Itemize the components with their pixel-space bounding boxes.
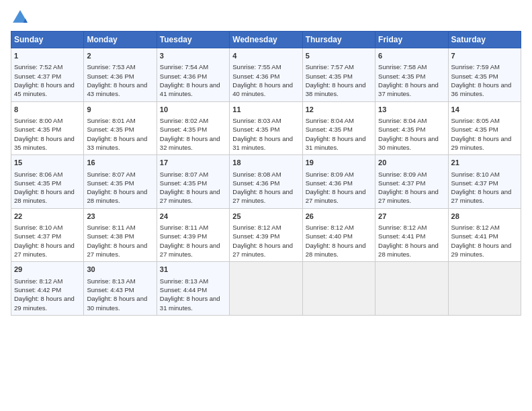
sunset: Sunset: 4:37 PM (14, 232, 61, 240)
daylight: Daylight: 8 hours and 41 minutes. (160, 81, 220, 97)
day-number: 27 (378, 212, 445, 222)
header-thursday: Thursday (302, 32, 375, 48)
day-number: 12 (306, 105, 372, 115)
sunset: Sunset: 4:35 PM (306, 73, 353, 80)
daylight: Daylight: 8 hours and 27 minutes. (232, 188, 293, 204)
calendar-cell: 10Sunrise: 8:02 AMSunset: 4:35 PMDayligh… (157, 101, 229, 155)
sunset: Sunset: 4:41 PM (451, 232, 498, 240)
day-number: 26 (306, 212, 372, 222)
header-saturday: Saturday (448, 32, 521, 48)
sunset: Sunset: 4:35 PM (378, 73, 425, 80)
sunrise: Sunrise: 8:12 AM (232, 224, 281, 231)
sunset: Sunset: 4:39 PM (160, 232, 207, 240)
sunset: Sunset: 4:37 PM (378, 179, 425, 187)
week-row-2: 8Sunrise: 8:00 AMSunset: 4:35 PMDaylight… (11, 101, 521, 155)
sunset: Sunset: 4:35 PM (14, 126, 61, 133)
sunrise: Sunrise: 7:59 AM (451, 63, 500, 71)
calendar-cell: 20Sunrise: 8:09 AMSunset: 4:37 PMDayligh… (375, 155, 448, 209)
sunset: Sunset: 4:41 PM (378, 232, 425, 240)
week-row-1: 1Sunrise: 7:52 AMSunset: 4:37 PMDaylight… (11, 48, 521, 102)
calendar-cell: 24Sunrise: 8:11 AMSunset: 4:39 PMDayligh… (157, 208, 229, 262)
calendar-cell (302, 262, 375, 316)
calendar-cell: 26Sunrise: 8:12 AMSunset: 4:40 PMDayligh… (302, 208, 375, 262)
daylight: Daylight: 8 hours and 31 minutes. (232, 135, 293, 151)
sunset: Sunset: 4:39 PM (232, 232, 279, 240)
sunset: Sunset: 4:35 PM (232, 126, 279, 133)
day-number: 9 (87, 105, 153, 115)
day-number: 30 (87, 265, 153, 275)
sunset: Sunset: 4:35 PM (451, 73, 498, 80)
week-row-3: 15Sunrise: 8:06 AMSunset: 4:35 PMDayligh… (11, 155, 521, 209)
daylight: Daylight: 8 hours and 28 minutes. (306, 242, 366, 258)
day-number: 20 (378, 158, 445, 168)
sunrise: Sunrise: 8:00 AM (14, 117, 62, 124)
daylight: Daylight: 8 hours and 40 minutes. (232, 81, 293, 97)
week-row-4: 22Sunrise: 8:10 AMSunset: 4:37 PMDayligh… (11, 208, 521, 262)
calendar-cell: 3Sunrise: 7:54 AMSunset: 4:36 PMDaylight… (157, 48, 229, 102)
header-row: SundayMondayTuesdayWednesdayThursdayFrid… (11, 32, 521, 48)
daylight: Daylight: 8 hours and 29 minutes. (451, 135, 512, 151)
header-wednesday: Wednesday (230, 32, 302, 48)
day-number: 8 (14, 105, 81, 115)
day-number: 22 (14, 212, 81, 222)
sunset: Sunset: 4:35 PM (306, 126, 353, 133)
sunrise: Sunrise: 8:04 AM (378, 117, 427, 124)
sunset: Sunset: 4:35 PM (87, 179, 134, 187)
calendar-cell: 15Sunrise: 8:06 AMSunset: 4:35 PMDayligh… (11, 155, 84, 209)
sunset: Sunset: 4:37 PM (451, 179, 498, 187)
day-number: 13 (378, 105, 445, 115)
sunset: Sunset: 4:42 PM (14, 286, 61, 293)
daylight: Daylight: 8 hours and 28 minutes. (87, 188, 147, 204)
daylight: Daylight: 8 hours and 27 minutes. (160, 188, 220, 204)
sunset: Sunset: 4:38 PM (87, 232, 134, 240)
daylight: Daylight: 8 hours and 27 minutes. (378, 188, 439, 204)
logo (11, 8, 32, 27)
header-friday: Friday (375, 32, 448, 48)
calendar-cell: 5Sunrise: 7:57 AMSunset: 4:35 PMDaylight… (302, 48, 375, 102)
sunrise: Sunrise: 7:54 AM (160, 63, 208, 71)
daylight: Daylight: 8 hours and 35 minutes. (14, 135, 75, 151)
calendar-cell: 23Sunrise: 8:11 AMSunset: 4:38 PMDayligh… (84, 208, 157, 262)
header (11, 8, 521, 27)
sunset: Sunset: 4:36 PM (232, 179, 279, 187)
day-number: 10 (160, 105, 226, 115)
day-number: 4 (232, 51, 299, 61)
calendar-cell: 30Sunrise: 8:13 AMSunset: 4:43 PMDayligh… (84, 262, 157, 316)
sunset: Sunset: 4:35 PM (160, 179, 207, 187)
calendar-cell: 11Sunrise: 8:03 AMSunset: 4:35 PMDayligh… (230, 101, 302, 155)
calendar-cell: 29Sunrise: 8:12 AMSunset: 4:42 PMDayligh… (11, 262, 84, 316)
day-number: 16 (87, 158, 153, 168)
sunrise: Sunrise: 8:08 AM (232, 171, 281, 178)
daylight: Daylight: 8 hours and 29 minutes. (14, 295, 75, 311)
calendar-cell: 18Sunrise: 8:08 AMSunset: 4:36 PMDayligh… (230, 155, 302, 209)
daylight: Daylight: 8 hours and 31 minutes. (160, 295, 220, 311)
week-row-5: 29Sunrise: 8:12 AMSunset: 4:42 PMDayligh… (11, 262, 521, 316)
daylight: Daylight: 8 hours and 31 minutes. (306, 135, 366, 151)
daylight: Daylight: 8 hours and 45 minutes. (14, 81, 75, 97)
daylight: Daylight: 8 hours and 36 minutes. (451, 81, 512, 97)
sunrise: Sunrise: 7:57 AM (306, 63, 354, 71)
day-number: 17 (160, 158, 226, 168)
sunrise: Sunrise: 8:06 AM (14, 171, 62, 178)
sunset: Sunset: 4:36 PM (160, 73, 207, 80)
day-number: 21 (451, 158, 518, 168)
sunrise: Sunrise: 8:12 AM (451, 224, 500, 231)
page-container: SundayMondayTuesdayWednesdayThursdayFrid… (0, 0, 532, 321)
sunrise: Sunrise: 8:02 AM (160, 117, 208, 124)
daylight: Daylight: 8 hours and 30 minutes. (378, 135, 439, 151)
daylight: Daylight: 8 hours and 30 minutes. (87, 295, 147, 311)
day-number: 2 (87, 51, 153, 61)
calendar-cell: 16Sunrise: 8:07 AMSunset: 4:35 PMDayligh… (84, 155, 157, 209)
calendar-cell: 17Sunrise: 8:07 AMSunset: 4:35 PMDayligh… (157, 155, 229, 209)
daylight: Daylight: 8 hours and 33 minutes. (87, 135, 147, 151)
day-number: 7 (451, 51, 518, 61)
sunrise: Sunrise: 8:13 AM (87, 277, 135, 285)
calendar-cell: 19Sunrise: 8:09 AMSunset: 4:36 PMDayligh… (302, 155, 375, 209)
sunrise: Sunrise: 7:58 AM (378, 63, 427, 71)
header-sunday: Sunday (11, 32, 84, 48)
sunrise: Sunrise: 7:52 AM (14, 63, 62, 71)
sunrise: Sunrise: 8:12 AM (14, 277, 62, 285)
day-number: 28 (451, 212, 518, 222)
day-number: 11 (232, 105, 299, 115)
day-number: 6 (378, 51, 445, 61)
